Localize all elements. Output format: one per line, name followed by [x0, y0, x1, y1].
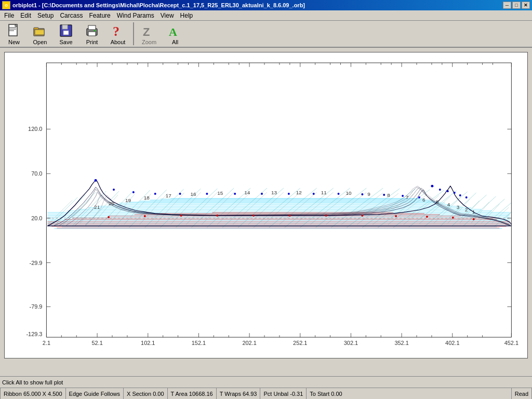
svg-rect-9 — [62, 25, 68, 29]
svg-text:302.1: 302.1 — [344, 340, 358, 346]
svg-text:-129.3: -129.3 — [26, 331, 42, 337]
svg-text:202.1: 202.1 — [242, 340, 256, 346]
svg-point-264 — [361, 215, 363, 217]
menu-setup[interactable]: Setup — [34, 11, 57, 20]
all-label: All — [172, 39, 178, 45]
svg-rect-13 — [88, 32, 96, 36]
close-button[interactable]: ✕ — [522, 2, 530, 9]
svg-rect-7 — [35, 30, 44, 35]
plot-svg: 120.0 70.0 20.0 -29.9 -79.9 -129.3 2.1 5… — [5, 52, 527, 358]
title-bar: o orbiplot1 - [C:\Documents and Settings… — [0, 0, 532, 10]
svg-text:402.1: 402.1 — [445, 340, 459, 346]
svg-point-258 — [144, 215, 146, 217]
svg-text:352.1: 352.1 — [394, 340, 408, 346]
menu-feature[interactable]: Feature — [86, 11, 113, 20]
title-bar-controls[interactable]: ─ □ ✕ — [503, 2, 530, 9]
new-button[interactable]: New — [2, 21, 26, 46]
menu-help[interactable]: Help — [177, 11, 196, 20]
svg-text:16: 16 — [190, 191, 196, 197]
svg-text:20.0: 20.0 — [31, 215, 42, 221]
title-bar-left: o orbiplot1 - [C:\Documents and Settings… — [2, 1, 305, 9]
svg-text:102.1: 102.1 — [141, 340, 155, 346]
svg-point-247 — [361, 193, 363, 195]
svg-text:21: 21 — [94, 204, 100, 210]
print-label: Print — [86, 39, 98, 45]
svg-rect-6 — [34, 28, 38, 30]
svg-text:120.0: 120.0 — [28, 126, 42, 132]
svg-point-242 — [234, 193, 236, 195]
svg-text:-29.9: -29.9 — [29, 260, 42, 266]
svg-point-262 — [289, 215, 291, 217]
menu-wind-params[interactable]: Wind Params — [114, 11, 157, 20]
minimize-button[interactable]: ─ — [503, 2, 511, 9]
svg-text:252.1: 252.1 — [293, 340, 307, 346]
menu-file[interactable]: File — [1, 11, 17, 20]
svg-point-265 — [395, 215, 397, 217]
open-label: Open — [33, 39, 47, 45]
t-wraps-status: T Wraps 64.93 — [217, 388, 261, 399]
svg-text:2.1: 2.1 — [43, 340, 50, 346]
to-start-status: To Start 0.00 — [307, 388, 511, 399]
svg-point-240 — [179, 193, 181, 195]
svg-point-251 — [431, 185, 433, 188]
svg-point-249 — [402, 195, 404, 197]
svg-text:7: 7 — [406, 194, 409, 200]
svg-text:152.1: 152.1 — [192, 340, 206, 346]
new-icon — [6, 22, 22, 39]
menu-carcass[interactable]: Carcass — [57, 11, 86, 20]
svg-point-236 — [95, 179, 97, 182]
svg-text:8: 8 — [387, 192, 390, 198]
svg-text:452.1: 452.1 — [504, 340, 518, 346]
svg-text:10: 10 — [345, 190, 352, 196]
open-icon — [32, 22, 48, 39]
svg-rect-10 — [63, 31, 69, 35]
menu-edit[interactable]: Edit — [17, 11, 34, 20]
svg-point-256 — [466, 196, 468, 198]
svg-text:52.1: 52.1 — [91, 340, 102, 346]
svg-text:A: A — [169, 25, 177, 38]
svg-point-237 — [113, 189, 115, 191]
svg-text:1: 1 — [472, 209, 475, 215]
save-button[interactable]: Save — [54, 21, 78, 46]
save-label: Save — [59, 39, 72, 45]
svg-text:20: 20 — [109, 201, 115, 206]
svg-rect-12 — [88, 25, 96, 30]
svg-text:15: 15 — [217, 190, 223, 196]
svg-point-268 — [473, 218, 475, 220]
svg-point-14 — [94, 30, 96, 32]
svg-text:17: 17 — [166, 193, 172, 198]
plot-container[interactable]: 120.0 70.0 20.0 -29.9 -79.9 -129.3 2.1 5… — [4, 52, 528, 358]
svg-point-260 — [216, 215, 218, 217]
all-button[interactable]: A All — [163, 21, 187, 46]
zoom-button: Z Zoom — [137, 21, 161, 46]
svg-text:12: 12 — [296, 190, 302, 195]
svg-point-239 — [154, 193, 156, 195]
ribbon-status: Ribbon 65.000 X 4.500 — [0, 388, 66, 399]
x-section-status: X Section 0.00 — [124, 388, 168, 399]
open-button[interactable]: Open — [28, 21, 52, 46]
svg-point-254 — [454, 192, 456, 194]
zoom-icon: Z — [141, 22, 157, 39]
svg-text:4: 4 — [447, 202, 450, 207]
svg-point-244 — [288, 193, 290, 195]
svg-text:-79.9: -79.9 — [29, 303, 42, 310]
about-button[interactable]: ? About — [106, 21, 130, 46]
svg-text:18: 18 — [144, 195, 150, 201]
svg-text:11: 11 — [321, 190, 327, 195]
menu-view[interactable]: View — [157, 11, 177, 20]
svg-text:9: 9 — [367, 191, 370, 197]
maximize-button[interactable]: □ — [512, 2, 521, 9]
svg-point-252 — [439, 189, 441, 191]
toolbar: New Open Save — [0, 21, 532, 48]
edge-guide-status: Edge Guide Follows — [66, 388, 124, 399]
svg-point-263 — [325, 215, 327, 217]
print-button[interactable]: Print — [80, 21, 104, 46]
main-area: 120.0 70.0 20.0 -29.9 -79.9 -129.3 2.1 5… — [0, 48, 532, 376]
menu-bar: File Edit Setup Carcass Feature Wind Par… — [0, 10, 532, 21]
svg-point-238 — [132, 191, 135, 193]
svg-point-246 — [338, 193, 340, 195]
svg-point-243 — [261, 193, 263, 195]
app-icon: o — [2, 1, 10, 9]
print-icon — [84, 22, 100, 39]
about-icon: ? — [110, 22, 126, 39]
